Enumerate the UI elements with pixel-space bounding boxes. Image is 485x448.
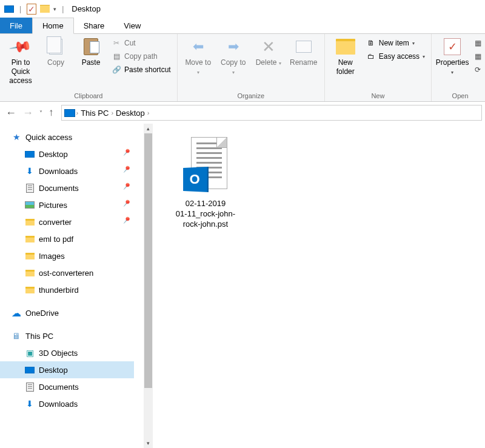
folder-icon (24, 219, 35, 226)
nav-label: Pictures (39, 201, 67, 210)
nav-label: Desktop (39, 150, 68, 159)
scissors-icon: ✂ (112, 38, 121, 48)
main-area: ★ Quick access Desktop 📍 ⬇ Downloads 📍 D… (0, 124, 485, 448)
folder-icon (24, 253, 35, 259)
pin-to-quick-access-button[interactable]: 📌 Pin to Quick access (4, 36, 38, 87)
download-icon: ⬇ (24, 166, 35, 176)
open-extra-2[interactable]: ▦ (470, 50, 485, 62)
nav-onedrive[interactable]: ☁ OneDrive (0, 304, 134, 321)
forward-button[interactable]: → (22, 107, 33, 119)
new-item-icon: 🗎 (366, 38, 376, 48)
file-name: 02-11-2019 01-11_rock-john- rock-john.ps… (176, 199, 235, 230)
pin-icon: 📍 (120, 164, 135, 178)
address-bar-row: ← → ˅ ↑ › This PC › Desktop › (0, 102, 485, 124)
nav-documents[interactable]: Documents 📍 (0, 179, 134, 196)
nav-label: ost-converteren (39, 269, 93, 278)
open-extra-3[interactable]: ⟳ (470, 64, 485, 76)
nav-desktop[interactable]: Desktop 📍 (0, 145, 134, 162)
download-icon: ⬇ (24, 399, 35, 409)
scroll-down-button[interactable]: ▾ (144, 438, 153, 448)
copy-to-icon: ➡ (224, 37, 243, 56)
qat-dropdown-icon[interactable]: ▾ (53, 6, 56, 12)
nav-label: Documents (39, 383, 79, 392)
properties-button[interactable]: ✓ Properties▾ (435, 36, 469, 78)
nav-downloads[interactable]: ⬇ Downloads 📍 (0, 162, 134, 179)
scroll-thumb[interactable] (144, 133, 152, 388)
chevron-right-icon[interactable]: › (147, 109, 150, 116)
delete-icon: ✕ (259, 37, 278, 56)
button-label: Rename (290, 58, 317, 67)
nav-ost-converteren[interactable]: ost-converteren (0, 264, 134, 281)
scroll-up-button[interactable]: ▴ (144, 124, 153, 133)
tab-home[interactable]: Home (32, 18, 74, 34)
open-extra-1[interactable]: ▦ (470, 37, 485, 49)
nav-3d-objects[interactable]: ▣ 3D Objects (0, 344, 134, 361)
copy-path-button[interactable]: ▤ Copy path (109, 50, 173, 62)
separator: | (62, 5, 64, 13)
nav-label: 3D Objects (39, 349, 78, 358)
new-folder-button[interactable]: New folder (329, 36, 363, 78)
nav-converter[interactable]: converter 📍 (0, 213, 134, 230)
up-button[interactable]: ↑ (48, 107, 54, 119)
paste-shortcut-icon: 🔗 (112, 65, 121, 75)
folder-icon (24, 270, 35, 276)
back-button[interactable]: ← (5, 107, 16, 119)
nav-this-pc[interactable]: 🖥 This PC (0, 327, 134, 344)
chevron-down-icon: ▾ (451, 70, 453, 75)
icon: ⟳ (473, 65, 483, 75)
folder-icon (24, 236, 35, 242)
titlebar-quick-access: | ✓ ▾ | (2, 4, 68, 15)
breadcrumb-this-pc[interactable]: This PC (78, 109, 111, 118)
tab-share[interactable]: Share (74, 18, 115, 33)
breadcrumb-desktop[interactable]: Desktop (113, 109, 147, 118)
button-label: Copy to (221, 58, 246, 67)
new-item-button[interactable]: 🗎 New item ▾ (364, 37, 427, 49)
rename-button[interactable]: Rename (287, 36, 321, 69)
chevron-down-icon: ▾ (197, 70, 199, 75)
file-item-pst[interactable]: O 02-11-2019 01-11_rock-john- rock-john.… (160, 137, 251, 230)
delete-button[interactable]: ✕ Delete ▾ (252, 36, 286, 69)
button-label: New item (379, 39, 409, 47)
paste-shortcut-button[interactable]: 🔗 Paste shortcut (109, 64, 173, 76)
move-to-button[interactable]: ⬅ Move to ▾ (181, 36, 215, 78)
folder-qat-icon[interactable] (40, 5, 50, 13)
pin-icon: 📍 (120, 198, 135, 212)
nav-quick-access[interactable]: ★ Quick access (0, 129, 134, 145)
properties-qat-icon[interactable]: ✓ (27, 4, 36, 15)
move-to-icon: ⬅ (189, 37, 208, 56)
chevron-down-icon: ▾ (232, 70, 235, 75)
app-icon (4, 5, 14, 13)
scrollbar[interactable]: ▴ ▾ (144, 124, 153, 448)
history-dropdown-icon[interactable]: ˅ (39, 110, 42, 116)
picture-icon (24, 201, 35, 209)
cut-button[interactable]: ✂ Cut (109, 37, 173, 49)
button-label: Move to (185, 58, 211, 67)
button-label: Pin to Quick access (6, 58, 35, 85)
address-bar[interactable]: › This PC › Desktop › (61, 105, 483, 121)
pin-icon: 📍 (120, 147, 135, 161)
properties-icon: ✓ (443, 37, 462, 56)
chevron-down-icon: ▾ (279, 61, 281, 66)
nav-pictures[interactable]: Pictures 📍 (0, 196, 134, 213)
window-title: Desktop (72, 4, 101, 13)
chevron-down-icon: ▾ (423, 54, 425, 59)
nav-tp-downloads[interactable]: ⬇ Downloads (0, 395, 134, 412)
nav-label: OneDrive (25, 309, 59, 318)
tab-view[interactable]: View (114, 18, 150, 33)
outlook-pst-icon: O (182, 137, 229, 196)
tab-file[interactable]: File (0, 18, 32, 33)
nav-tp-documents[interactable]: Documents (0, 378, 134, 395)
easy-access-button[interactable]: 🗀 Easy access ▾ (364, 50, 427, 62)
nav-eml-to-pdf[interactable]: eml to pdf (0, 230, 134, 247)
icon: ▦ (473, 52, 483, 61)
pin-icon: 📍 (120, 215, 135, 229)
nav-tp-desktop[interactable]: Desktop (0, 361, 134, 378)
copy-button[interactable]: Copy (39, 36, 73, 69)
nav-images[interactable]: Images (0, 247, 134, 264)
copy-to-button[interactable]: ➡ Copy to ▾ (216, 36, 250, 78)
paste-button[interactable]: Paste (74, 36, 108, 69)
nav-thunderbird[interactable]: thunderbird (0, 281, 134, 298)
icon: ▦ (473, 38, 483, 48)
nav-label: Desktop (39, 366, 68, 375)
file-view[interactable]: O 02-11-2019 01-11_rock-john- rock-john.… (153, 124, 485, 448)
